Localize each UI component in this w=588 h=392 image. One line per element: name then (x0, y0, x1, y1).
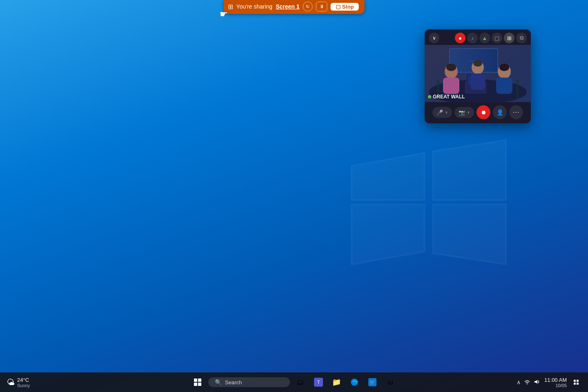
record-button[interactable]: ⏺ (477, 105, 490, 119)
taskbar-app-misc[interactable]: ω (383, 375, 398, 390)
more-options-button[interactable]: ··· (509, 105, 523, 119)
taskbar-left: 🌤 24°C Sunny (7, 377, 30, 388)
svg-rect-32 (577, 380, 579, 382)
svg-rect-23 (198, 383, 201, 386)
svg-marker-1 (433, 140, 506, 200)
window-icon-button[interactable]: ▢ (492, 33, 502, 43)
windows-logo-background (343, 114, 514, 286)
mic-icon: 🎤 (437, 109, 443, 116)
svg-text:🛒: 🛒 (370, 379, 375, 385)
cursor-hand-icon: ☛ (220, 9, 228, 20)
taskbar-app-explorer[interactable]: 📁 (329, 375, 344, 390)
sharing-pause-button[interactable]: ⏸ (316, 2, 327, 11)
svg-rect-21 (198, 379, 201, 382)
svg-rect-20 (194, 379, 197, 382)
widget-collapse-button[interactable]: ∨ (429, 33, 439, 43)
active-meeting-dot (428, 95, 431, 98)
record-icon: ⏺ (481, 109, 486, 116)
widget-video-area: ────── (425, 45, 531, 102)
meeting-name-text: GREAT WALL (433, 94, 465, 100)
search-bar[interactable]: 🔍 Search (208, 377, 290, 387)
sharing-prefix-text: You're sharing (236, 3, 273, 10)
start-button[interactable] (190, 375, 205, 390)
svg-marker-0 (352, 153, 425, 200)
desktop: ⊞ You're sharing Screen 1 ↻ ⏸ ▢ Stop ☛ ∨… (0, 0, 588, 392)
camera-button[interactable]: 📷 ∨ (454, 107, 474, 118)
weather-sun-icon: 🌤 (7, 378, 15, 387)
mic-chevron-icon: ∨ (445, 110, 448, 114)
svg-marker-30 (535, 380, 537, 384)
widget-icon-bar: ● ♪ ▲ ▢ ⊞ ⧉ (455, 33, 527, 43)
grid-icon-button[interactable]: ⊞ (504, 33, 514, 43)
taskbar-app-edge[interactable] (347, 375, 362, 390)
wifi-icon[interactable] (524, 379, 530, 386)
sharing-banner: ⊞ You're sharing Screen 1 ↻ ⏸ ▢ Stop ☛ (224, 0, 365, 14)
svg-marker-3 (433, 205, 506, 265)
widget-top-bar: ∨ ● ♪ ▲ ▢ ⊞ ⧉ (425, 29, 531, 45)
taskbar-app-teams[interactable]: T (311, 375, 326, 390)
svg-rect-34 (577, 383, 579, 385)
record-icon-button[interactable]: ● (455, 33, 466, 43)
taskbar-app-store[interactable]: 🛒 (365, 375, 380, 390)
svg-rect-22 (194, 383, 197, 386)
time-display: 11:00 AM (544, 377, 567, 383)
taskbar: 🌤 24°C Sunny 🔍 Search (0, 372, 588, 392)
taskbar-app-files[interactable]: 🗂 (293, 375, 308, 390)
video-background: ────── (425, 45, 531, 102)
svg-rect-19 (425, 45, 531, 102)
system-tray: ∧ (517, 379, 540, 386)
weather-widget[interactable]: 🌤 24°C Sunny (7, 377, 30, 388)
clone-icon-button[interactable]: ⧉ (516, 33, 527, 43)
svg-rect-31 (574, 380, 576, 382)
chart-icon-button[interactable]: ▲ (479, 33, 490, 43)
meeting-name-label: GREAT WALL (428, 94, 465, 100)
music-icon-button[interactable]: ♪ (467, 33, 478, 43)
date-display: 10/05 (555, 383, 567, 388)
weather-condition: Sunny (17, 383, 30, 388)
taskbar-right: ∧ 11:00 AM 1 (517, 375, 581, 390)
widget-controls-bar: 🎤 ∨ 📷 ∨ ⏺ 👤 ··· (425, 102, 531, 123)
sound-icon[interactable] (534, 379, 540, 386)
sharing-grid-icon: ⊞ (228, 3, 233, 11)
teams-meeting-widget: ∨ ● ♪ ▲ ▢ ⊞ ⧉ ────── (425, 29, 531, 123)
camera-chevron-icon: ∨ (467, 110, 470, 114)
search-input-label: Search (225, 379, 242, 385)
svg-marker-2 (352, 205, 425, 265)
svg-text:T: T (317, 380, 320, 385)
stop-icon: ▢ (336, 4, 341, 10)
notification-button[interactable] (571, 375, 581, 390)
tray-expand-icon[interactable]: ∧ (517, 379, 521, 385)
camera-icon: 📷 (459, 109, 465, 116)
sharing-sync-button[interactable]: ↻ (303, 2, 313, 11)
participants-button[interactable]: 👤 (493, 105, 507, 119)
taskbar-center: 🔍 Search 🗂 T 📁 🛒 (190, 375, 398, 390)
participants-icon: 👤 (497, 109, 503, 116)
search-icon: 🔍 (215, 379, 222, 385)
svg-rect-33 (574, 383, 576, 385)
microphone-button[interactable]: 🎤 ∨ (432, 107, 452, 118)
temperature-display: 24°C (17, 377, 30, 383)
clock-widget[interactable]: 11:00 AM 10/05 (544, 377, 567, 388)
sharing-stop-button[interactable]: ▢ Stop (331, 3, 359, 11)
svg-point-29 (527, 383, 528, 384)
sharing-screen-name[interactable]: Screen 1 (276, 3, 299, 10)
more-icon: ··· (513, 109, 519, 116)
chevron-down-icon: ∨ (432, 35, 436, 41)
weather-text: 24°C Sunny (17, 377, 30, 388)
